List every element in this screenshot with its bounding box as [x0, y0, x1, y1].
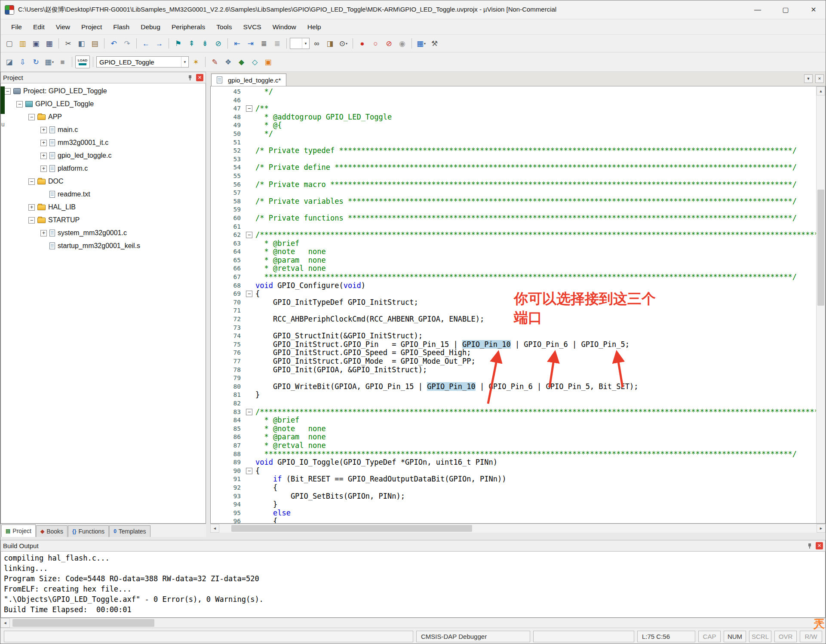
scroll-left-icon[interactable]: ◄: [0, 618, 10, 628]
breakpoint-toggle-icon[interactable]: ●: [356, 37, 368, 50]
hscroll-thumb[interactable]: [231, 525, 472, 532]
bookmark-prev-icon[interactable]: ⇞: [185, 37, 198, 50]
tree-item-readme-txt[interactable]: readme.txt: [1, 188, 206, 201]
find-icon[interactable]: ⊙▾: [337, 37, 350, 50]
tree-item-gpio-led-toggle-c[interactable]: +gpio_led_toggle.c: [1, 149, 206, 162]
expand-icon[interactable]: +: [40, 127, 47, 133]
configure-icon[interactable]: ⚒: [428, 37, 441, 50]
menu-edit[interactable]: Edit: [28, 19, 50, 34]
menu-project[interactable]: Project: [76, 19, 107, 34]
editor-vscrollbar[interactable]: ▲: [816, 86, 825, 523]
menu-debug[interactable]: Debug: [135, 19, 166, 34]
translate-icon[interactable]: ◪: [3, 56, 15, 68]
download-icon[interactable]: LOAD: [75, 55, 90, 68]
new-file-icon[interactable]: ▢: [3, 37, 15, 50]
bookmark-toggle-icon[interactable]: ⚑: [172, 37, 184, 50]
tab-books[interactable]: ◆Books: [36, 525, 68, 537]
indent-right-icon[interactable]: ⇥: [244, 37, 257, 50]
menu-help[interactable]: Help: [302, 19, 327, 34]
fold-toggle-icon[interactable]: −: [246, 409, 252, 415]
menu-svcs[interactable]: SVCS: [237, 19, 267, 34]
target-select[interactable]: GPIO_LED_Toggle▼: [96, 56, 189, 67]
tree-item-system-mm32g0001-c[interactable]: +system_mm32g0001.c: [1, 227, 206, 239]
menu-flash[interactable]: Flash: [107, 19, 135, 34]
file-extensions-icon[interactable]: ❖: [222, 56, 234, 68]
navigate-forward-icon[interactable]: →: [153, 37, 166, 50]
scroll-right-icon[interactable]: ►: [817, 524, 826, 533]
collapse-icon[interactable]: −: [16, 101, 23, 107]
options-for-target-icon[interactable]: ✶: [190, 56, 202, 68]
copy-icon[interactable]: ◧: [75, 37, 88, 50]
breakpoint-disable-icon[interactable]: ○: [369, 37, 382, 50]
tree-item-project-gpio-led-toggle[interactable]: −Project: GPIO_LED_Toggle: [1, 85, 206, 98]
hscroll-thumb[interactable]: [12, 619, 154, 627]
tree-item-doc[interactable]: −DOC: [1, 175, 206, 188]
expand-icon[interactable]: +: [40, 140, 47, 146]
expand-icon[interactable]: +: [40, 153, 47, 159]
tab-close-icon[interactable]: ✕: [815, 74, 824, 83]
build-icon[interactable]: ⇩: [16, 56, 29, 68]
fold-toggle-icon[interactable]: −: [246, 105, 252, 112]
save-icon[interactable]: ▣: [30, 37, 42, 50]
menu-tools[interactable]: Tools: [211, 19, 237, 34]
tab-list-dropdown-icon[interactable]: ▼: [804, 74, 813, 83]
close-button[interactable]: ✕: [801, 0, 826, 19]
batch-build-icon[interactable]: ▦▾: [43, 56, 55, 68]
quick-search-combo[interactable]: ▼: [290, 38, 310, 49]
bookmark-clear-icon[interactable]: ⊘: [212, 37, 224, 50]
tree-item-gpio-led-toggle[interactable]: −GPIO_LED_Toggle: [1, 98, 206, 110]
select-packs-icon[interactable]: ◇: [249, 56, 261, 68]
tree-item-startup[interactable]: −STARTUP: [1, 214, 206, 227]
undo-icon[interactable]: ↶: [107, 37, 120, 50]
stop-build-icon[interactable]: ■: [56, 56, 69, 68]
menu-window[interactable]: Window: [267, 19, 302, 34]
cut-icon[interactable]: ✂: [62, 37, 74, 50]
tree-item-mm32g0001-it-c[interactable]: +mm32g0001_it.c: [1, 136, 206, 149]
expand-icon[interactable]: +: [28, 204, 35, 211]
fold-toggle-icon[interactable]: −: [246, 232, 252, 238]
collapse-icon[interactable]: −: [4, 88, 11, 95]
breakpoint-clear-icon[interactable]: ◉: [396, 37, 408, 50]
find-reference-icon[interactable]: ◨: [324, 37, 336, 50]
chevron-down-icon[interactable]: ▾: [424, 42, 426, 46]
comment-selection-icon[interactable]: ≣: [258, 37, 270, 50]
chevron-down-icon[interactable]: ▾: [346, 42, 347, 46]
tab-templates[interactable]: 0Templates: [109, 525, 150, 537]
menu-peripherals[interactable]: Peripherals: [166, 19, 211, 34]
scroll-left-icon[interactable]: ◄: [210, 524, 219, 533]
collapse-icon[interactable]: −: [28, 217, 35, 224]
project-panel-close-icon[interactable]: ✕: [196, 74, 203, 81]
bookmark-next-icon[interactable]: ⇟: [199, 37, 211, 50]
manage-rte-icon[interactable]: ◆: [235, 56, 248, 68]
expand-icon[interactable]: +: [40, 166, 47, 172]
pin-icon[interactable]: [807, 543, 813, 549]
vscroll-thumb[interactable]: [817, 190, 824, 306]
menu-file[interactable]: File: [6, 19, 28, 34]
chevron-down-icon[interactable]: ▼: [181, 57, 188, 67]
code-area[interactable]: 45 */4647−/**48 * @addtogroup GPIO_LED_T…: [210, 86, 826, 524]
navigate-back-icon[interactable]: ←: [140, 37, 152, 50]
paste-icon[interactable]: ▤: [89, 37, 101, 50]
window-layout-icon[interactable]: ▦▾: [415, 37, 427, 50]
collapse-icon[interactable]: −: [28, 178, 35, 185]
tree-item-startup-mm32g0001-keil-s[interactable]: startup_mm32g0001_keil.s: [1, 239, 206, 252]
tree-item-app[interactable]: −APP: [1, 110, 206, 123]
build-output-hscrollbar[interactable]: ◄ ►: [0, 618, 826, 628]
chevron-down-icon[interactable]: ▼: [302, 38, 309, 49]
tree-item-platform-c[interactable]: +platform.c: [1, 162, 206, 175]
maximize-button[interactable]: ▢: [774, 0, 798, 19]
expand-icon[interactable]: +: [40, 230, 47, 236]
collapse-icon[interactable]: −: [28, 114, 35, 120]
editor-tab-gpio-led-toggle[interactable]: gpio_led_toggle.c*: [211, 74, 286, 86]
indent-left-icon[interactable]: ⇤: [231, 37, 243, 50]
fold-toggle-icon[interactable]: −: [246, 468, 252, 474]
pin-icon[interactable]: [187, 75, 193, 81]
editor-hscrollbar[interactable]: ◄ ►: [210, 524, 826, 533]
build-output-log[interactable]: compiling hal_flash.c...linking...Progra…: [0, 552, 826, 618]
pack-installer-icon[interactable]: ▣: [262, 56, 274, 68]
rebuild-icon[interactable]: ↻: [30, 56, 42, 68]
hscroll-track[interactable]: [10, 618, 816, 628]
minimize-button[interactable]: —: [746, 0, 770, 19]
uncomment-selection-icon[interactable]: ≣: [271, 37, 283, 50]
horizontal-splitter[interactable]: [0, 537, 826, 540]
